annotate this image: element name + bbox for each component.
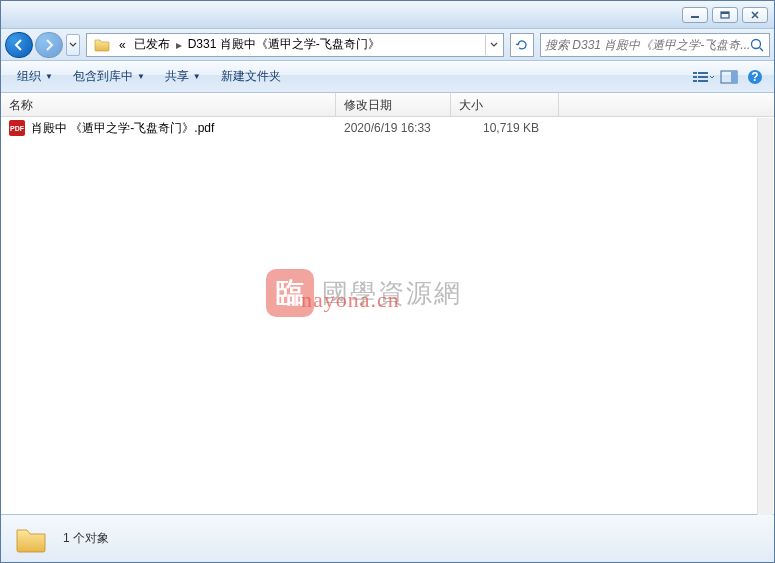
preview-pane-icon bbox=[720, 70, 738, 84]
include-label: 包含到库中 bbox=[73, 68, 133, 85]
svg-rect-5 bbox=[698, 72, 708, 74]
chevron-down-icon bbox=[490, 42, 498, 48]
breadcrumb-item[interactable]: 已发布 bbox=[130, 36, 174, 53]
search-box[interactable] bbox=[540, 33, 770, 57]
include-in-library-menu[interactable]: 包含到库中 ▼ bbox=[65, 64, 153, 89]
back-button[interactable] bbox=[5, 32, 33, 58]
share-label: 共享 bbox=[165, 68, 189, 85]
file-size: 10,719 KB bbox=[451, 121, 559, 135]
svg-text:?: ? bbox=[751, 70, 758, 84]
breadcrumb-item[interactable]: D331 肖殿中《遁甲之学-飞盘奇门》 bbox=[184, 36, 384, 53]
preview-pane-button[interactable] bbox=[718, 66, 740, 88]
maximize-icon bbox=[720, 11, 730, 19]
vertical-scrollbar[interactable] bbox=[757, 118, 773, 515]
search-input[interactable] bbox=[545, 38, 749, 52]
file-name: 肖殿中 《遁甲之学-飞盘奇门》.pdf bbox=[31, 120, 214, 137]
chevron-down-icon: ▼ bbox=[45, 72, 53, 81]
pdf-file-icon: PDF bbox=[9, 120, 25, 136]
svg-rect-7 bbox=[698, 76, 708, 78]
chevron-down-icon: ▼ bbox=[193, 72, 201, 81]
help-icon: ? bbox=[747, 69, 763, 85]
chevron-down-icon: ▼ bbox=[137, 72, 145, 81]
search-icon bbox=[749, 37, 765, 53]
close-icon bbox=[750, 11, 760, 19]
help-button[interactable]: ? bbox=[744, 66, 766, 88]
chevron-right-icon: ▸ bbox=[174, 38, 184, 52]
status-bar: 1 个对象 bbox=[1, 514, 774, 562]
svg-rect-8 bbox=[693, 80, 697, 82]
minimize-icon bbox=[690, 11, 700, 19]
svg-rect-11 bbox=[731, 71, 737, 83]
column-header-row: 名称 修改日期 大小 bbox=[1, 93, 774, 117]
command-bar: 组织 ▼ 包含到库中 ▼ 共享 ▼ 新建文件夹 ? bbox=[1, 61, 774, 93]
refresh-icon bbox=[515, 38, 529, 52]
file-date: 2020/6/19 16:33 bbox=[336, 121, 451, 135]
refresh-button[interactable] bbox=[510, 33, 534, 57]
svg-rect-0 bbox=[691, 16, 699, 18]
view-icon bbox=[692, 70, 709, 84]
explorer-window: « 已发布 ▸ D331 肖殿中《遁甲之学-飞盘奇门》 组织 ▼ 包含到库中 ▼… bbox=[0, 0, 775, 563]
close-button[interactable] bbox=[742, 7, 768, 23]
chevron-down-icon bbox=[709, 70, 715, 84]
svg-rect-6 bbox=[693, 76, 697, 78]
breadcrumb-prefix: « bbox=[115, 38, 130, 52]
address-dropdown-button[interactable] bbox=[485, 35, 501, 55]
folder-icon bbox=[93, 36, 111, 54]
file-list[interactable]: PDF 肖殿中 《遁甲之学-飞盘奇门》.pdf 2020/6/19 16:33 … bbox=[1, 117, 774, 514]
column-header-date[interactable]: 修改日期 bbox=[336, 93, 451, 116]
title-bar[interactable] bbox=[1, 1, 774, 29]
chevron-down-icon bbox=[69, 42, 77, 48]
arrow-right-icon bbox=[42, 38, 56, 52]
new-folder-button[interactable]: 新建文件夹 bbox=[213, 64, 289, 89]
svg-rect-4 bbox=[693, 72, 697, 74]
share-menu[interactable]: 共享 ▼ bbox=[157, 64, 209, 89]
svg-point-3 bbox=[752, 39, 761, 48]
column-header-name[interactable]: 名称 bbox=[1, 93, 336, 116]
minimize-button[interactable] bbox=[682, 7, 708, 23]
view-options-button[interactable] bbox=[692, 66, 714, 88]
recent-locations-button[interactable] bbox=[66, 34, 80, 56]
folder-icon bbox=[13, 521, 49, 557]
svg-rect-2 bbox=[721, 12, 729, 14]
maximize-button[interactable] bbox=[712, 7, 738, 23]
organize-label: 组织 bbox=[17, 68, 41, 85]
list-item[interactable]: PDF 肖殿中 《遁甲之学-飞盘奇门》.pdf 2020/6/19 16:33 … bbox=[1, 117, 758, 139]
column-header-spacer bbox=[559, 93, 774, 116]
arrow-left-icon bbox=[12, 38, 26, 52]
address-bar[interactable]: « 已发布 ▸ D331 肖殿中《遁甲之学-飞盘奇门》 bbox=[86, 33, 504, 57]
navigation-bar: « 已发布 ▸ D331 肖殿中《遁甲之学-飞盘奇门》 bbox=[1, 29, 774, 61]
column-header-size[interactable]: 大小 bbox=[451, 93, 559, 116]
status-text: 1 个对象 bbox=[63, 530, 109, 547]
forward-button[interactable] bbox=[35, 32, 63, 58]
svg-rect-9 bbox=[698, 80, 708, 82]
newfolder-label: 新建文件夹 bbox=[221, 68, 281, 85]
organize-menu[interactable]: 组织 ▼ bbox=[9, 64, 61, 89]
